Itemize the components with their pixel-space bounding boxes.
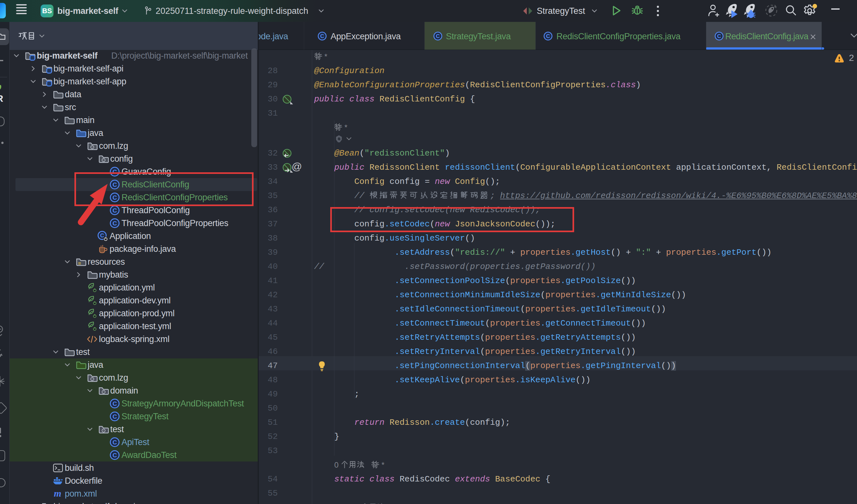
svg-text:C: C [113,452,117,458]
svg-text:m: m [54,488,61,499]
svg-text:C: C [436,33,440,39]
svg-text:C: C [546,33,550,39]
svg-text:C: C [320,33,324,39]
svg-text:C: C [113,439,117,446]
svg-text:C: C [113,413,117,420]
svg-text:C: C [717,33,721,39]
svg-text:C: C [113,400,117,407]
